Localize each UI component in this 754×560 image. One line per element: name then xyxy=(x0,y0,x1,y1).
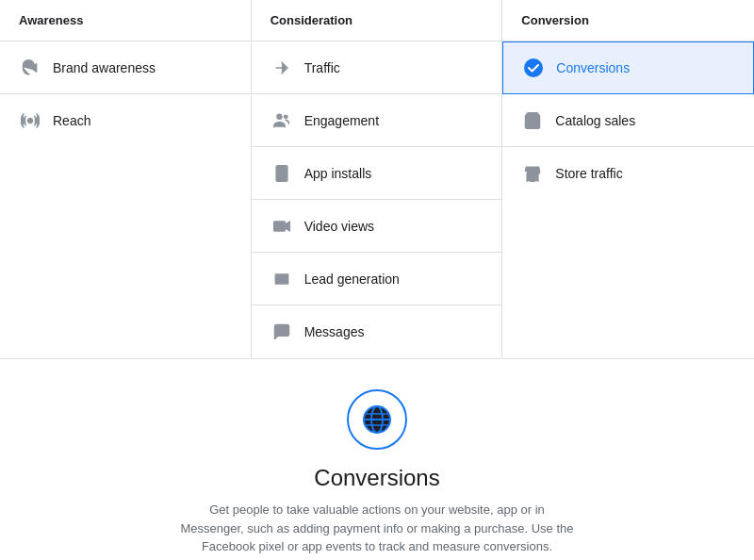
reach-icon xyxy=(19,109,41,132)
detail-description: Get people to take valuable actions on y… xyxy=(179,501,575,556)
conversion-column: Conversion Conversions xyxy=(502,0,754,358)
store-traffic-item[interactable]: Store traffic xyxy=(502,147,754,200)
catalog-sales-label: Catalog sales xyxy=(555,113,635,128)
detail-section: Conversions Get people to take valuable … xyxy=(0,359,754,560)
app-installs-item[interactable]: App installs xyxy=(252,147,502,200)
reach-label: Reach xyxy=(53,113,90,128)
brand-awareness-label: Brand awareness xyxy=(53,60,156,75)
brand-awareness-item[interactable]: Brand awareness xyxy=(0,41,251,94)
svg-point-1 xyxy=(277,114,282,119)
svg-point-0 xyxy=(28,119,33,124)
messages-icon xyxy=(270,321,293,343)
catalog-sales-item[interactable]: Catalog sales xyxy=(502,94,754,147)
svg-point-5 xyxy=(524,58,543,77)
conversion-header: Conversion xyxy=(502,0,754,41)
video-views-item[interactable]: Video views xyxy=(252,200,502,253)
awareness-column: Awareness Brand awareness xyxy=(0,0,252,358)
page-wrapper: Awareness Brand awareness xyxy=(0,0,754,560)
conversions-label: Conversions xyxy=(556,60,630,75)
lead-icon xyxy=(270,268,293,290)
traffic-label: Traffic xyxy=(304,60,340,75)
svg-rect-4 xyxy=(273,222,285,231)
svg-point-2 xyxy=(284,115,287,118)
engagement-label: Engagement xyxy=(304,113,379,128)
app-installs-label: App installs xyxy=(304,166,372,181)
conversions-check-icon xyxy=(522,57,545,79)
messages-item[interactable]: Messages xyxy=(252,305,502,358)
video-views-label: Video views xyxy=(304,219,374,234)
detail-icon-wrapper xyxy=(347,389,407,450)
lead-generation-item[interactable]: Lead generation xyxy=(252,253,502,305)
svg-rect-7 xyxy=(531,176,535,182)
consideration-header: Consideration xyxy=(252,0,502,41)
megaphone-icon xyxy=(19,57,41,79)
detail-title: Conversions xyxy=(314,465,439,491)
awareness-header: Awareness xyxy=(0,0,251,41)
objective-grid: Awareness Brand awareness xyxy=(0,0,754,359)
traffic-icon xyxy=(270,57,293,79)
traffic-item[interactable]: Traffic xyxy=(252,41,502,94)
store-icon xyxy=(521,162,544,185)
catalog-icon xyxy=(521,109,544,132)
app-installs-icon xyxy=(270,162,293,185)
engagement-item[interactable]: Engagement xyxy=(252,94,502,147)
engagement-icon xyxy=(270,109,293,132)
lead-generation-label: Lead generation xyxy=(304,272,400,287)
reach-item[interactable]: Reach xyxy=(0,94,251,147)
store-traffic-label: Store traffic xyxy=(555,166,622,181)
consideration-column: Consideration Traffic xyxy=(252,0,503,358)
globe-icon xyxy=(360,403,394,436)
video-icon xyxy=(270,215,293,238)
messages-label: Messages xyxy=(304,324,365,339)
conversions-item[interactable]: Conversions xyxy=(502,41,754,94)
